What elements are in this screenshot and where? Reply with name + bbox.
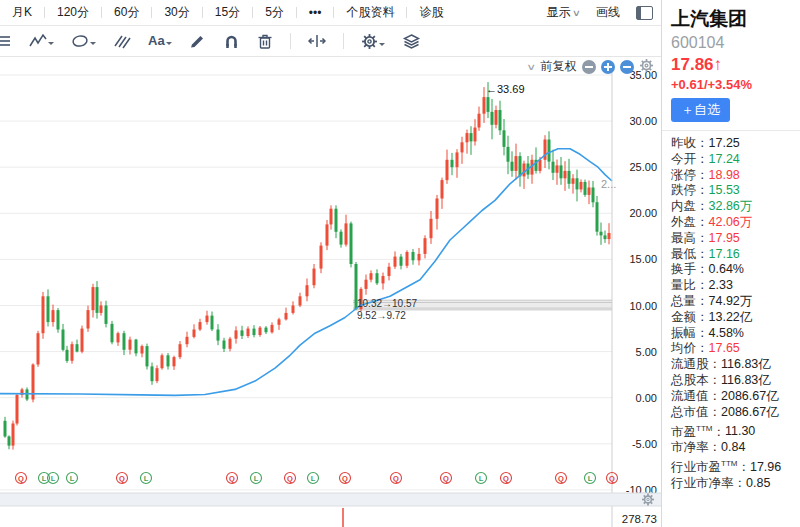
candle-body — [483, 97, 486, 114]
event-marker-letter: L — [254, 474, 259, 483]
candle-body — [588, 188, 591, 195]
candle-body — [129, 340, 132, 350]
stat-rows: 昨收：17.25今开：17.24涨停：18.98跌停：15.53内盘：32.86… — [662, 131, 800, 492]
draw-line-button[interactable]: 画线 — [596, 4, 620, 21]
candle-body — [430, 219, 433, 238]
candle-body — [340, 232, 343, 245]
stat-row: 市盈TTM：11.30 — [671, 420, 800, 440]
stat-row: 昨收：17.25 — [671, 136, 800, 152]
candle-body — [596, 202, 599, 232]
event-marker-letter: L — [311, 474, 316, 483]
candle-body — [259, 328, 262, 335]
zoom-out-secondary-button[interactable] — [620, 60, 634, 74]
tab-5min[interactable]: 5分 — [253, 4, 296, 21]
y-axis-label: 10.00 — [629, 300, 657, 312]
candle-body — [519, 156, 522, 176]
candle-body — [156, 368, 159, 381]
event-marker-letter: L — [588, 474, 593, 483]
zoom-out-button[interactable] — [582, 60, 596, 74]
candle-body — [306, 285, 309, 296]
tab-diagnose[interactable]: 诊股 — [407, 4, 455, 21]
current-price: 17.86↑ — [671, 55, 800, 75]
candle-body — [117, 333, 120, 342]
candle-body — [446, 160, 449, 180]
indicator-list-icon[interactable] — [0, 32, 12, 50]
candle-body — [474, 128, 477, 142]
candle-body — [487, 97, 490, 112]
gear-icon[interactable] — [361, 33, 385, 50]
volume-pane-gear-icon — [645, 496, 652, 503]
stock-name: 上汽集团 — [671, 6, 800, 32]
candle-body — [451, 160, 454, 167]
candlestick-chart[interactable]: 35.0030.0025.0020.0015.0010.005.000.00-5… — [0, 56, 661, 527]
text-tool-icon[interactable]: Aa — [148, 33, 172, 49]
candle-body — [241, 330, 244, 336]
candle-body — [406, 252, 409, 266]
event-marker-letter: Q — [503, 474, 509, 483]
candle-body — [576, 178, 579, 189]
display-menu[interactable]: 显示∨ — [546, 4, 580, 21]
candle-body — [141, 346, 144, 353]
candle-body — [173, 357, 176, 366]
stock-app: 月K120分60分30分15分5分•••个股资料诊股 显示∨ 画线 Aa — [0, 0, 800, 527]
event-marker-letter: Q — [119, 474, 125, 483]
tab-30min[interactable]: 30分 — [152, 4, 201, 21]
tab-more[interactable]: ••• — [297, 6, 334, 20]
candle-body — [608, 233, 611, 239]
candle-body — [511, 162, 514, 171]
candle-body — [146, 346, 149, 366]
panel-layout-icon[interactable] — [636, 6, 653, 20]
candle-body — [271, 325, 274, 332]
caret-icon — [90, 42, 96, 48]
candle-body — [556, 165, 559, 172]
candle-body — [365, 280, 368, 289]
tab-15min[interactable]: 15分 — [203, 4, 252, 21]
expand-horizontal-icon[interactable] — [308, 33, 326, 49]
candle-body — [441, 180, 444, 198]
candle-body — [507, 147, 510, 162]
stat-row: 流通值：2086.67亿 — [671, 389, 800, 405]
event-marker-letter: Q — [342, 474, 348, 483]
tab-month-k[interactable]: 月K — [0, 4, 44, 21]
candle-body — [580, 182, 583, 189]
candle-body — [350, 223, 353, 264]
layers-icon[interactable] — [402, 33, 421, 50]
candle-body — [92, 287, 95, 310]
candle-body — [179, 344, 182, 357]
chart-settings-gear-icon[interactable] — [639, 58, 654, 76]
trash-icon[interactable] — [257, 33, 273, 50]
candle-body — [52, 310, 55, 322]
event-marker-letter: Q — [443, 474, 449, 483]
magnet-tool-icon[interactable] — [223, 33, 240, 50]
candle-body — [412, 252, 415, 260]
candle-body — [229, 339, 232, 349]
candle-body — [539, 160, 542, 171]
stat-row: 量比：2.33 — [671, 278, 800, 294]
toolbar-divider — [290, 33, 291, 49]
pencil-tool-icon[interactable] — [189, 33, 206, 50]
tab-stock-info[interactable]: 个股资料 — [334, 4, 406, 21]
parallel-lines-tool-icon[interactable] — [113, 33, 131, 49]
tabbar-right-controls: 显示∨ 画线 — [546, 4, 653, 21]
candle-body — [100, 306, 103, 313]
candle-body — [600, 232, 603, 236]
candle-body — [456, 152, 459, 167]
candle-body — [568, 171, 571, 184]
tab-60min[interactable]: 60分 — [102, 4, 151, 21]
candle-body — [299, 296, 302, 305]
trend-line-tool-icon[interactable] — [29, 33, 54, 49]
tab-120min[interactable]: 120分 — [45, 4, 101, 21]
add-watchlist-button[interactable]: ＋自选 — [671, 98, 730, 122]
ellipse-tool-icon[interactable] — [71, 33, 96, 49]
candle-body — [330, 209, 333, 225]
candle-body — [66, 350, 69, 361]
stat-row: 跌停：15.53 — [671, 183, 800, 199]
adjust-mode-label[interactable]: 前复权 — [541, 58, 577, 75]
zoom-in-button[interactable] — [601, 60, 615, 74]
candle-body — [394, 257, 397, 267]
stat-row: 总市值：2086.67亿 — [671, 405, 800, 421]
candle-body — [320, 246, 323, 269]
candle-body — [57, 310, 60, 329]
event-marker-letter: Q — [609, 474, 615, 483]
candle-body — [592, 188, 595, 203]
